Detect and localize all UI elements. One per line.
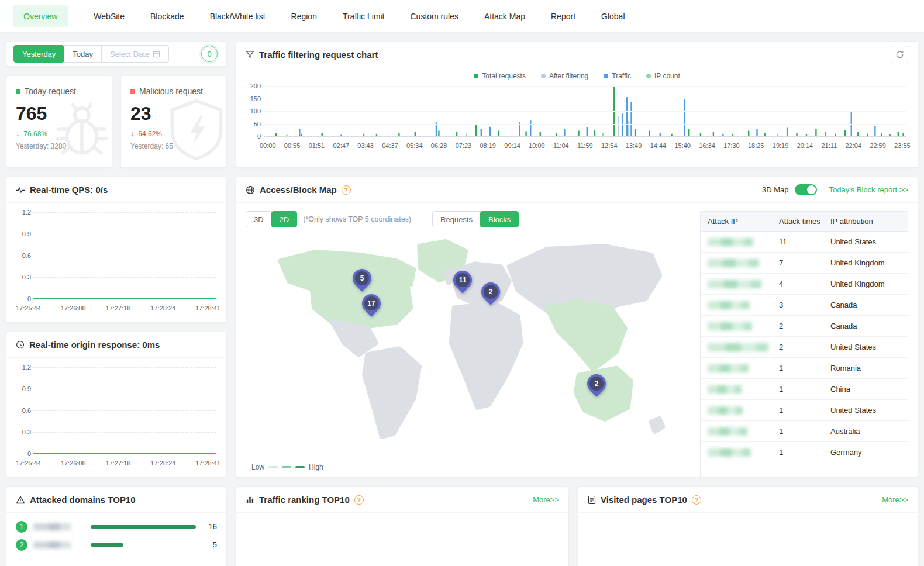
yesterday-button[interactable]: Yesterday: [13, 45, 64, 63]
attack-table-row: 2Canada: [701, 316, 908, 337]
pin-count: 17: [364, 296, 378, 310]
nav-tab-website[interactable]: WebSite: [94, 5, 125, 27]
series-line: [33, 298, 216, 299]
ip-attribution: China: [830, 385, 908, 394]
nav-tab-traffic-limit[interactable]: Traffic Limit: [343, 5, 385, 27]
redacted-ip: [708, 343, 768, 351]
dashboard-content: Yesterday Today Select Date 0 Today requ…: [0, 33, 924, 566]
map-help-icon[interactable]: ?: [342, 185, 351, 195]
attacked-domains-title: Attacked domains TOP10: [30, 495, 136, 505]
world-map[interactable]: 5171122: [246, 234, 686, 457]
pin-body: 5: [349, 265, 375, 291]
map-controls: 3D 2D (*Only shows TOP 5 coordinates) Re…: [246, 211, 519, 227]
malicious-request-label: Malicious request: [139, 87, 203, 96]
y-tick: 0: [12, 295, 31, 302]
block-report-link[interactable]: Today's Block report >>: [829, 185, 908, 194]
document-icon: [588, 495, 596, 505]
pin-body: 11: [450, 267, 476, 293]
map-pin[interactable]: 2: [481, 282, 500, 301]
pin-body: 2: [584, 371, 610, 397]
x-tick: 10:09: [529, 142, 545, 149]
ranking-help-icon[interactable]: ?: [354, 495, 364, 505]
legend-item-total[interactable]: Total requests: [474, 72, 526, 80]
nav-tab-global[interactable]: Global: [601, 5, 625, 27]
attack-times: 4: [779, 279, 830, 288]
x-tick: 17:25:44: [16, 460, 41, 467]
map-pin[interactable]: 11: [453, 271, 472, 289]
ip-attribution: Canada: [830, 301, 908, 309]
x-tick: 03:43: [357, 142, 374, 149]
bar-track: [91, 543, 196, 547]
x-tick: 09:14: [504, 142, 520, 149]
pin-count: 2: [589, 377, 604, 391]
legend-dot: [646, 74, 651, 78]
stat-title-row: Today request: [16, 87, 102, 96]
map-mode-segmented: 3D 2D: [246, 211, 297, 227]
nav-tab-overview[interactable]: Overview: [13, 5, 68, 27]
legend-label: After filtering: [549, 72, 588, 80]
x-tick: 01:51: [309, 142, 325, 149]
ranking-more-link[interactable]: More>>: [533, 495, 559, 504]
gridline: [33, 410, 216, 411]
attack-table-row: 1United States: [701, 400, 908, 421]
visited-more-link[interactable]: More>>: [882, 495, 908, 504]
nav-tab-custom-rules[interactable]: Custom rules: [411, 5, 458, 27]
refresh-button[interactable]: [891, 46, 908, 63]
legend-item-ip[interactable]: IP count: [646, 72, 680, 80]
qps-chart-x-axis: 17:25:4417:26:0817:27:1817:28:2417:28:41: [16, 305, 220, 312]
map-pin[interactable]: 2: [587, 374, 606, 393]
attack-table-row: 3Canada: [701, 295, 908, 316]
y-tick: 1.2: [12, 209, 31, 216]
map-3d-button[interactable]: 3D: [246, 211, 272, 227]
visited-help-icon[interactable]: ?: [692, 495, 701, 505]
qps-chart-plot: 1.20.90.60.30: [12, 212, 216, 301]
visited-pages-title: Visited pages TOP10: [601, 495, 687, 505]
rank-badge: 1: [16, 521, 27, 533]
ip-attribution: United Kingdom: [830, 279, 908, 288]
malicious-request-card: Malicious request 23 ↓ -64.62% Yesterday…: [120, 75, 227, 168]
stat-title-row: Malicious request: [130, 87, 217, 96]
gridline: [264, 111, 906, 112]
attack-times: 1: [779, 364, 830, 372]
attack-table[interactable]: Attack IPAttack timesIP attribution11Uni…: [700, 211, 908, 477]
bar-chart-icon: [246, 495, 254, 504]
legend-seg-high: [295, 466, 305, 468]
traffic-chart-title: Traffic filtering request chart: [259, 50, 378, 60]
attack-table-row: 7United Kingdom: [701, 253, 908, 274]
today-request-label: Today request: [25, 87, 76, 96]
map-blocks-button[interactable]: Blocks: [480, 211, 519, 227]
origin-chart-plot: 1.20.90.60.30: [12, 367, 216, 456]
x-tick: 06:28: [431, 142, 447, 149]
realtime-qps-panel: Real-time QPS: 0/s 1.20.90.60.30 17:25:4…: [6, 177, 227, 323]
x-tick: 22:59: [870, 142, 886, 149]
traffic-ranking-title: Traffic ranking TOP10: [259, 495, 350, 505]
legend-label: IP count: [654, 72, 680, 80]
nav-tab-blockade[interactable]: Blockade: [150, 5, 184, 27]
today-button[interactable]: Today: [64, 45, 102, 63]
select-date-placeholder: Select Date: [110, 50, 149, 58]
x-tick: 14:44: [650, 142, 667, 149]
pin-body: 2: [477, 278, 504, 305]
legend-item-after[interactable]: After filtering: [541, 72, 588, 80]
nav-tab-attack-map[interactable]: Attack Map: [484, 5, 525, 27]
redacted-ip: [708, 427, 747, 436]
y-tick: 150: [242, 95, 261, 102]
legend-label: Traffic: [612, 72, 631, 80]
legend-item-traffic[interactable]: Traffic: [604, 72, 631, 80]
chart-legend: Total requestsAfter filteringTrafficIP c…: [236, 72, 918, 80]
3d-map-toggle[interactable]: [795, 184, 817, 195]
nav-tab-region[interactable]: Region: [291, 5, 317, 27]
pin-count: 2: [484, 285, 498, 299]
map-requests-button[interactable]: Requests: [432, 211, 481, 227]
rank-badge: 2: [16, 539, 27, 551]
refresh-countdown-badge[interactable]: 0: [201, 46, 218, 62]
select-date-button[interactable]: Select Date: [101, 45, 169, 63]
map-pin[interactable]: 5: [353, 269, 371, 288]
visited-pages-panel: Visited pages TOP10 ? More>>: [578, 486, 918, 566]
map-pin[interactable]: 17: [362, 294, 381, 313]
nav-tab-black-white-list[interactable]: Black/White list: [210, 5, 266, 27]
y-tick: 0.9: [12, 230, 31, 237]
nav-tab-report[interactable]: Report: [551, 5, 575, 27]
bug-icon: [50, 97, 112, 161]
map-2d-button[interactable]: 2D: [271, 211, 298, 227]
